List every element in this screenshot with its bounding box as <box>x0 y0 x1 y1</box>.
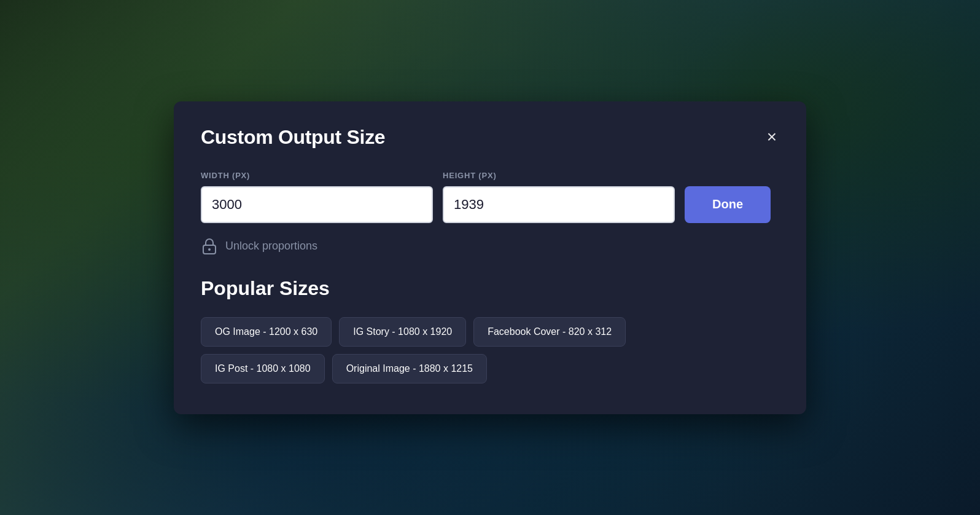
preset-ig-story[interactable]: IG Story - 1080 x 1920 <box>339 317 466 347</box>
modal-title: Custom Output Size <box>201 126 385 149</box>
unlock-proportions-label: Unlock proportions <box>225 240 317 253</box>
unlock-proportions-toggle[interactable]: Unlock proportions <box>201 238 779 255</box>
width-input-group: WIDTH (px) <box>201 171 433 223</box>
popular-sizes-title: Popular Sizes <box>201 277 779 300</box>
height-label: HEIGHT (px) <box>443 171 675 180</box>
custom-output-size-modal: Custom Output Size × WIDTH (px) HEIGHT (… <box>174 101 806 414</box>
width-label: WIDTH (px) <box>201 171 433 180</box>
size-presets-row-1: OG Image - 1200 x 630 IG Story - 1080 x … <box>201 317 779 347</box>
preset-ig-post[interactable]: IG Post - 1080 x 1080 <box>201 354 325 383</box>
modal-header: Custom Output Size × <box>201 126 779 149</box>
height-input-group: HEIGHT (px) <box>443 171 675 223</box>
size-presets-grid: OG Image - 1200 x 630 IG Story - 1080 x … <box>201 317 779 383</box>
inputs-row: WIDTH (px) HEIGHT (px) Done <box>201 171 779 223</box>
lock-icon <box>201 238 218 255</box>
preset-og-image[interactable]: OG Image - 1200 x 630 <box>201 317 332 347</box>
size-presets-row-2: IG Post - 1080 x 1080 Original Image - 1… <box>201 354 779 383</box>
preset-facebook-cover[interactable]: Facebook Cover - 820 x 312 <box>473 317 626 347</box>
modal-overlay: Custom Output Size × WIDTH (px) HEIGHT (… <box>0 0 980 515</box>
done-button[interactable]: Done <box>685 186 771 223</box>
svg-point-1 <box>208 248 211 251</box>
preset-original-image[interactable]: Original Image - 1880 x 1215 <box>332 354 487 383</box>
width-input[interactable] <box>201 186 433 223</box>
close-button[interactable]: × <box>764 126 779 148</box>
height-input[interactable] <box>443 186 675 223</box>
